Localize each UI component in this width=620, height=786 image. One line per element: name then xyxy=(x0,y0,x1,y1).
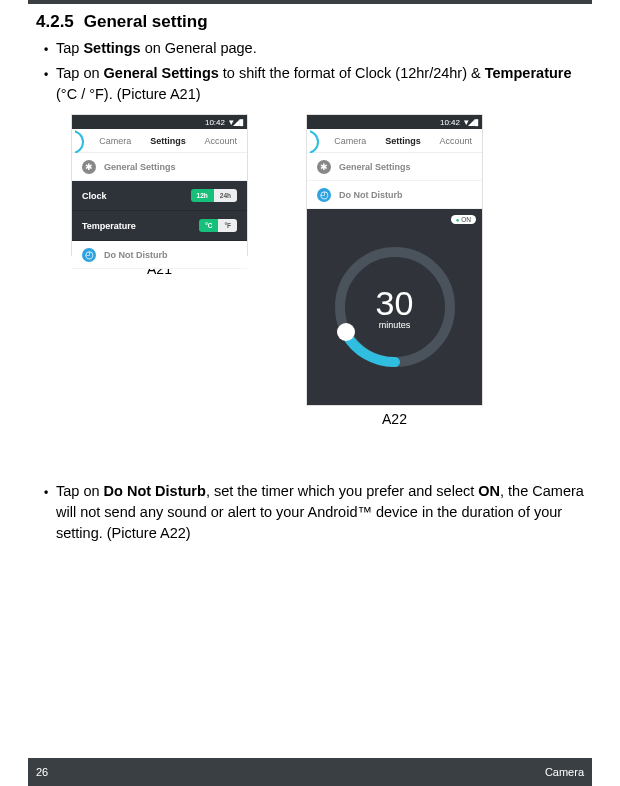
dial-number: 30 xyxy=(376,284,414,323)
toggle-temperature[interactable]: °C°F xyxy=(199,219,237,232)
back-arc-icon[interactable] xyxy=(75,129,89,153)
on-pill[interactable]: ON xyxy=(451,215,476,224)
figure-a21: 10:42 ▾◢▮ Camera Settings Account Genera… xyxy=(72,115,247,277)
dial-unit: minutes xyxy=(376,320,414,330)
caption-a22: A22 xyxy=(382,411,407,427)
toggle-clock[interactable]: 12h24h xyxy=(191,189,237,202)
status-bar: 10:42 ▾◢▮ xyxy=(72,115,247,129)
row-general-settings[interactable]: General Settings xyxy=(72,153,247,181)
bullet-dot: • xyxy=(36,481,56,544)
bullet-dot: • xyxy=(36,63,56,105)
row-do-not-disturb[interactable]: Do Not Disturb xyxy=(307,181,482,209)
tab-settings[interactable]: Settings xyxy=(377,136,430,146)
clock-icon xyxy=(317,188,331,202)
back-arc-icon[interactable] xyxy=(310,129,324,153)
page-footer: 26 Camera xyxy=(28,758,592,786)
bullet-dot: • xyxy=(36,38,56,59)
section-heading: 4.2.5General setting xyxy=(36,12,584,32)
dnd-dial[interactable]: ON 30 minutes xyxy=(307,209,482,405)
tab-settings[interactable]: Settings xyxy=(142,136,195,146)
chapter-name: Camera xyxy=(545,766,584,778)
tab-account[interactable]: Account xyxy=(429,136,482,146)
status-icons: ▾◢▮ xyxy=(464,117,478,127)
tab-row: Camera Settings Account xyxy=(72,129,247,153)
status-time: 10:42 xyxy=(205,118,225,127)
gear-icon xyxy=(317,160,331,174)
clock-icon xyxy=(82,248,96,262)
section-number: 4.2.5 xyxy=(36,12,74,32)
tab-camera[interactable]: Camera xyxy=(324,136,377,146)
tab-row: Camera Settings Account xyxy=(307,129,482,153)
tab-account[interactable]: Account xyxy=(194,136,247,146)
page-number: 26 xyxy=(36,766,48,778)
gear-icon xyxy=(82,160,96,174)
row-clock[interactable]: Clock 12h24h xyxy=(72,181,247,211)
bullet-item: • Tap Settings on General page. xyxy=(36,38,584,59)
svg-point-1 xyxy=(337,323,355,341)
status-bar: 10:42 ▾◢▮ xyxy=(307,115,482,129)
section-title-text: General setting xyxy=(84,12,208,31)
row-general-settings[interactable]: General Settings xyxy=(307,153,482,181)
row-temperature[interactable]: Temperature °C°F xyxy=(72,211,247,241)
figure-a22: 10:42 ▾◢▮ Camera Settings Account Genera… xyxy=(307,115,482,427)
tab-camera[interactable]: Camera xyxy=(89,136,142,146)
bullet-item: • Tap on General Settings to shift the f… xyxy=(36,63,584,105)
status-time: 10:42 xyxy=(440,118,460,127)
row-do-not-disturb[interactable]: Do Not Disturb xyxy=(72,241,247,269)
bullet-item: • Tap on Do Not Disturb, set the timer w… xyxy=(36,481,584,544)
status-icons: ▾◢▮ xyxy=(229,117,243,127)
